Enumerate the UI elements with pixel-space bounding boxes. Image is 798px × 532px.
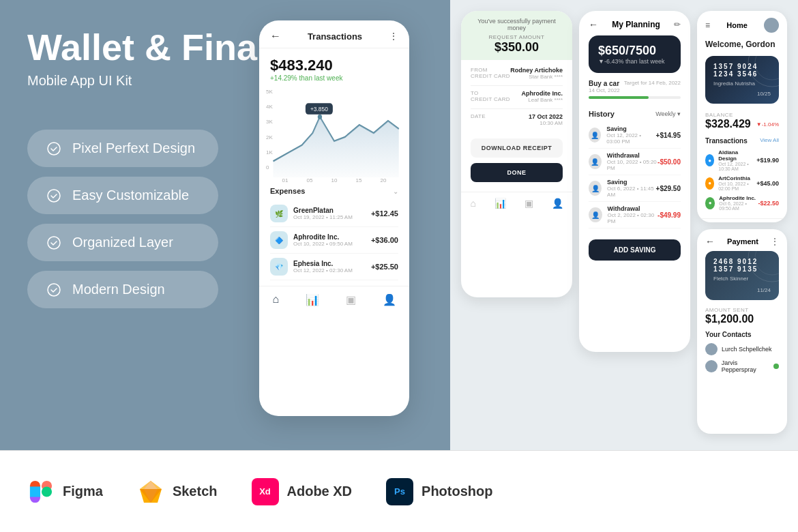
- expense-amount-1: +$36.00: [371, 236, 398, 244]
- home-trans-title: Transactions: [705, 137, 748, 145]
- from-bank: Star Bank ****: [510, 74, 563, 80]
- history-date-3: Oct 2, 2022 • 02:30 PM: [608, 212, 658, 224]
- feature-pill-customizable: Easy Customizable: [27, 177, 218, 214]
- history-amount-2: +$29.50: [656, 185, 681, 192]
- adobe-xd-icon: Xd: [252, 478, 279, 505]
- date-value: 17 Oct 2022: [529, 113, 563, 120]
- receipt-req-amount: $350.00: [471, 40, 563, 55]
- home-card-expiry: 10/25: [757, 91, 771, 97]
- home-trans-1: ● ArtCorinthia Oct 10, 2022 • 02:00 PM +…: [705, 173, 779, 193]
- phone-transactions-header: ← Transactions ⋮: [259, 20, 409, 48]
- receipt-req-label: REQUEST AMOUNT: [471, 34, 563, 40]
- expense-date-0: Oct 19, 2022 • 11:25 AM: [293, 214, 353, 220]
- home-header: ≡ Home: [697, 11, 787, 37]
- transactions-chart: 5K4K3K2K1K0 +3.850 010: [259, 86, 409, 181]
- feature-pill-modern: Modern Design: [27, 271, 218, 308]
- right-column: ≡ Home Welcome, Gordon 1357 9024 1234 35…: [697, 11, 787, 439]
- contact-avatar-0: [705, 343, 718, 355]
- nav-home-icon[interactable]: ⌂: [272, 293, 279, 306]
- receipt-nav-home-icon[interactable]: ⌂: [470, 198, 475, 209]
- feature-label-pixel: Pixel Perfext Design: [72, 141, 195, 156]
- expense-date-1: Oct 10, 2022 • 09:50 AM: [293, 241, 353, 247]
- back-icon[interactable]: ←: [270, 30, 281, 42]
- date-label: DATE: [471, 113, 486, 119]
- sketch-label: Sketch: [173, 484, 218, 499]
- home-trans-icon-0: ●: [705, 154, 714, 166]
- balance-amount: $483.240: [270, 57, 398, 74]
- history-item-2: 👤 Saving Oct 6, 2022 • 11:45 AM +$29.50: [589, 175, 681, 202]
- receipt-nav-card-icon[interactable]: ▣: [524, 198, 533, 209]
- svg-point-0: [48, 143, 60, 155]
- expense-icon-0: 🌿: [270, 205, 288, 222]
- expense-name-1: Aphrodite Inc.: [293, 233, 353, 241]
- planning-back-icon[interactable]: ←: [589, 19, 598, 30]
- payment-menu-dots-icon[interactable]: ⋮: [771, 237, 779, 246]
- receipt-nav-user-icon[interactable]: 👤: [552, 198, 563, 209]
- home-credit-card: 1357 9024 1234 3546 Ingredia Nutrisha 10…: [705, 56, 779, 104]
- phone-balance-section: $483.240 +14.29% than last week: [259, 48, 409, 86]
- check-icon-modern: [46, 282, 61, 297]
- receipt-row-to: TO Credit Card Aphrodite Inc. Leaf Bank …: [471, 90, 563, 103]
- history-amount-1: -$50.00: [657, 158, 681, 166]
- home-trans-date-1: Oct 10, 2022 • 02:00 PM: [718, 181, 756, 191]
- check-icon-organized: [46, 235, 61, 250]
- history-item-0: 👤 Saving Oct 12, 2022 • 03:00 PM +$14.95: [589, 122, 681, 149]
- receipt-success-section: You've successfully payment money REQUES…: [461, 11, 572, 60]
- svg-point-8: [755, 56, 779, 80]
- phone-home: ≡ Home Welcome, Gordon 1357 9024 1234 35…: [697, 11, 787, 222]
- receipt-details: FROM Credit Card Rodney Artichoke Star B…: [461, 60, 572, 138]
- planning-edit-icon[interactable]: ✏: [674, 20, 681, 29]
- date-time: 10:30 AM: [529, 120, 563, 126]
- nav-user-icon[interactable]: 👤: [383, 293, 396, 306]
- svg-point-9: [748, 251, 779, 282]
- history-icon-0: 👤: [589, 128, 601, 143]
- history-header: History Weekly ▾: [589, 110, 681, 118]
- expense-icon-1: 🔷: [270, 231, 288, 249]
- to-bank: Leaf Bank ****: [522, 97, 563, 103]
- nav-card-icon[interactable]: ▣: [346, 293, 356, 306]
- amount-sent-value: $1,200.00: [705, 313, 779, 325]
- nav-chart-icon[interactable]: 📊: [306, 293, 319, 306]
- tool-photoshop: Ps Photoshop: [386, 478, 492, 505]
- menu-dots-icon[interactable]: ⋮: [389, 31, 398, 42]
- home-trans-icon-1: ●: [705, 177, 714, 190]
- planning-card-amount: $650/7500: [598, 44, 671, 58]
- home-view-all[interactable]: View All: [760, 137, 779, 145]
- home-menu-icon[interactable]: ≡: [705, 20, 710, 30]
- history-name-2: Saving: [607, 179, 655, 186]
- contact-name-1: Jarvis Pepperspray: [722, 359, 773, 373]
- expenses-section: Expenses ⌄ 🌿 GreenPlatan Oct 19, 2022 • …: [259, 181, 409, 283]
- svg-point-4: [318, 115, 322, 119]
- receipt-nav: ⌂ 📊 ▣ 👤: [461, 192, 572, 214]
- phone-transactions-title: Transactions: [308, 31, 362, 42]
- receipt-nav-chart-icon[interactable]: 📊: [494, 198, 506, 209]
- done-button[interactable]: DONE: [471, 163, 563, 182]
- planning-header: ← My Planning ✏: [579, 11, 690, 35]
- receipt-divider-2: [471, 108, 563, 109]
- chart-x-labels: 0105101520: [266, 177, 402, 183]
- add-saving-button[interactable]: ADD SAVING: [589, 239, 681, 261]
- goal-date-0: 14 Oct, 2022: [589, 87, 620, 93]
- expense-name-2: Ephesia Inc.: [293, 260, 353, 267]
- expense-item-2: 💎 Ephesia Inc. Oct 12, 2022 • 02:30 AM +…: [270, 254, 398, 280]
- expense-amount-2: +$25.50: [371, 263, 398, 271]
- history-filter[interactable]: Weekly ▾: [655, 110, 681, 117]
- home-trans-2: ● Aphrodite Inc. Oct 6, 2022 • 09:50 AM …: [705, 193, 779, 213]
- card-circles-decoration: [731, 56, 779, 104]
- feature-label-customizable: Easy Customizable: [72, 188, 189, 203]
- feature-pill-pixel: Pixel Perfext Design: [27, 130, 218, 167]
- download-receipt-button[interactable]: DOWNLOAD RECEIPT: [471, 138, 563, 158]
- receipt-row-date: DATE 17 Oct 2022 10:30 AM: [471, 113, 563, 126]
- svg-point-2: [48, 237, 60, 249]
- home-balance-section: BALANCE $328.429 ▼-1.04%: [697, 108, 787, 134]
- payment-back-icon[interactable]: ←: [705, 236, 715, 247]
- payment-title: Payment: [727, 237, 758, 246]
- home-balance-amount: $328.429: [705, 118, 751, 130]
- feature-label-organized: Organized Layer: [72, 235, 173, 250]
- history-item-1: 👤 Withdrawal Oct 10, 2022 • 05:20 PM -$5…: [589, 149, 681, 175]
- contact-avatar-1: [705, 360, 718, 372]
- home-trans-date-2: Oct 6, 2022 • 09:50 AM: [719, 201, 758, 211]
- goal-name-0: Buy a car: [589, 80, 620, 87]
- home-trans-name-1: ArtCorinthia: [718, 175, 756, 181]
- home-trans-name-2: Aphrodite Inc.: [719, 195, 758, 201]
